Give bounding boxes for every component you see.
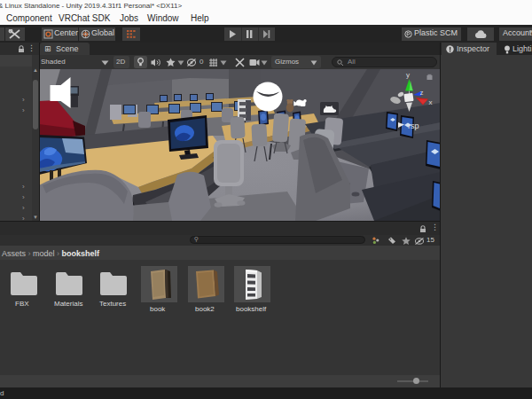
svg-text:x: x [429,98,433,106]
svg-text:rsp: rsp [408,121,419,130]
svg-text:y: y [406,71,410,79]
svg-text:z: z [420,89,424,97]
